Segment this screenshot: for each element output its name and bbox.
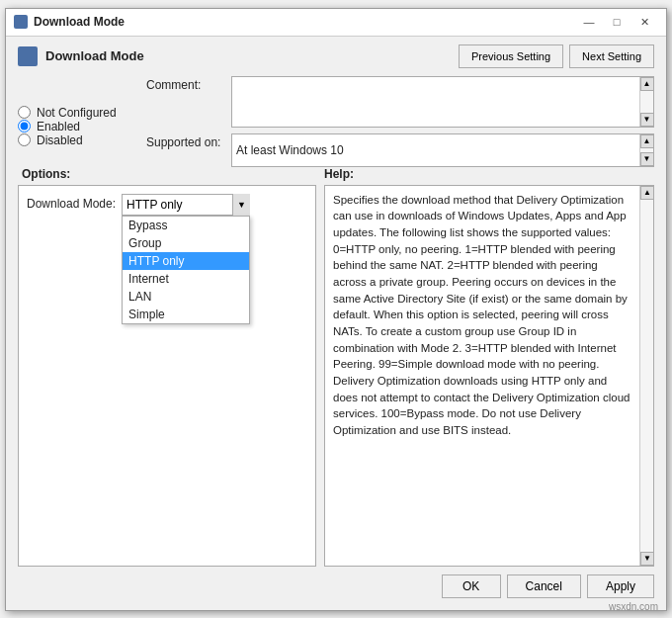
sup-scroll-down-btn[interactable]: ▼ xyxy=(640,152,654,166)
dropdown-item-simple[interactable]: Simple xyxy=(123,306,249,323)
download-mode-row: Download Mode: Bypass Group HTTP only In… xyxy=(27,194,307,216)
dropdown-item-bypass[interactable]: Bypass xyxy=(123,217,249,234)
radio-not-configured: Not Configured xyxy=(18,106,146,120)
help-scroll-up-btn[interactable]: ▲ xyxy=(640,186,654,200)
top-row-layout: Not Configured Enabled Disabled Comment: xyxy=(18,76,654,167)
footer-row: OK Cancel Apply xyxy=(18,567,654,602)
download-mode-label: Download Mode: xyxy=(27,194,116,211)
dropdown-list: Bypass Group HTTP only Internet LAN Simp… xyxy=(122,216,250,324)
scroll-up-btn[interactable]: ▲ xyxy=(640,77,654,91)
header-icon xyxy=(18,46,38,66)
bottom-panels: Download Mode: Bypass Group HTTP only In… xyxy=(18,185,654,567)
not-configured-label[interactable]: Not Configured xyxy=(37,106,117,120)
header-row: Download Mode Previous Setting Next Sett… xyxy=(18,44,654,68)
section-labels: Options: Help: xyxy=(18,167,654,181)
minimize-button[interactable]: — xyxy=(575,11,603,33)
cancel-button[interactable]: Cancel xyxy=(507,574,581,598)
comment-label: Comment: xyxy=(146,76,225,92)
dropdown-item-internet[interactable]: Internet xyxy=(123,270,249,288)
right-forms: Comment: ▲ ▼ Supported on: xyxy=(146,76,654,167)
dropdown-item-http-only[interactable]: HTTP only xyxy=(123,252,249,270)
options-section-label: Options: xyxy=(18,167,324,181)
radio-enabled: Enabled xyxy=(18,120,146,133)
title-bar: Download Mode — □ ✕ xyxy=(6,9,666,37)
ok-button[interactable]: OK xyxy=(442,574,501,598)
window-title: Download Mode xyxy=(34,15,125,29)
maximize-button[interactable]: □ xyxy=(603,11,630,33)
sup-scroll-up-btn[interactable]: ▲ xyxy=(640,134,654,148)
select-wrapper: Bypass Group HTTP only Internet LAN Simp… xyxy=(122,194,250,216)
watermark: wsxdn.com xyxy=(609,601,658,612)
enabled-label[interactable]: Enabled xyxy=(37,120,80,133)
radio-section: Not Configured Enabled Disabled xyxy=(18,76,146,167)
help-text: Specifies the download method that Deliv… xyxy=(325,186,639,566)
supported-value: At least Windows 10 xyxy=(236,143,344,157)
apply-button[interactable]: Apply xyxy=(587,574,654,598)
download-mode-select[interactable]: Bypass Group HTTP only Internet LAN Simp… xyxy=(122,194,250,216)
supported-scrollbar: ▲ ▼ xyxy=(639,134,653,166)
enabled-radio[interactable] xyxy=(18,120,31,132)
header-left: Download Mode xyxy=(18,46,144,66)
supported-label: Supported on: xyxy=(146,133,225,149)
help-scrollbar: ▲ ▼ xyxy=(639,186,653,566)
scroll-down-btn[interactable]: ▼ xyxy=(640,113,654,127)
not-configured-radio[interactable] xyxy=(18,106,31,119)
app-icon xyxy=(14,15,28,29)
main-window: Download Mode — □ ✕ Download Mode Previo… xyxy=(5,8,667,611)
comment-row: Comment: ▲ ▼ xyxy=(146,76,654,128)
header-buttons: Previous Setting Next Setting xyxy=(459,44,654,68)
close-button[interactable]: ✕ xyxy=(630,11,658,33)
prev-setting-button[interactable]: Previous Setting xyxy=(459,44,563,68)
comment-textarea[interactable] xyxy=(232,77,639,127)
content-area: Download Mode Previous Setting Next Sett… xyxy=(6,37,666,610)
supported-row: Supported on: At least Windows 10 ▲ ▼ xyxy=(146,133,654,167)
supported-inner: At least Windows 10 xyxy=(232,134,639,166)
next-setting-button[interactable]: Next Setting xyxy=(569,44,654,68)
supported-box: At least Windows 10 ▲ ▼ xyxy=(231,133,654,167)
comment-box: ▲ ▼ xyxy=(231,76,654,128)
dropdown-item-group[interactable]: Group xyxy=(123,234,249,252)
disabled-radio[interactable] xyxy=(18,133,31,146)
disabled-label[interactable]: Disabled xyxy=(37,133,83,147)
options-panel: Download Mode: Bypass Group HTTP only In… xyxy=(18,185,316,567)
comment-scrollbar: ▲ ▼ xyxy=(639,77,653,127)
header-title: Download Mode xyxy=(45,48,144,63)
help-section-label: Help: xyxy=(324,167,654,181)
title-bar-controls: — □ ✕ xyxy=(575,11,658,33)
title-bar-left: Download Mode xyxy=(14,15,125,29)
help-scroll-track xyxy=(640,200,653,552)
help-panel: Specifies the download method that Deliv… xyxy=(324,185,654,567)
radio-disabled: Disabled xyxy=(18,133,146,147)
dropdown-item-lan[interactable]: LAN xyxy=(123,288,249,306)
help-scroll-down-btn[interactable]: ▼ xyxy=(640,552,654,566)
